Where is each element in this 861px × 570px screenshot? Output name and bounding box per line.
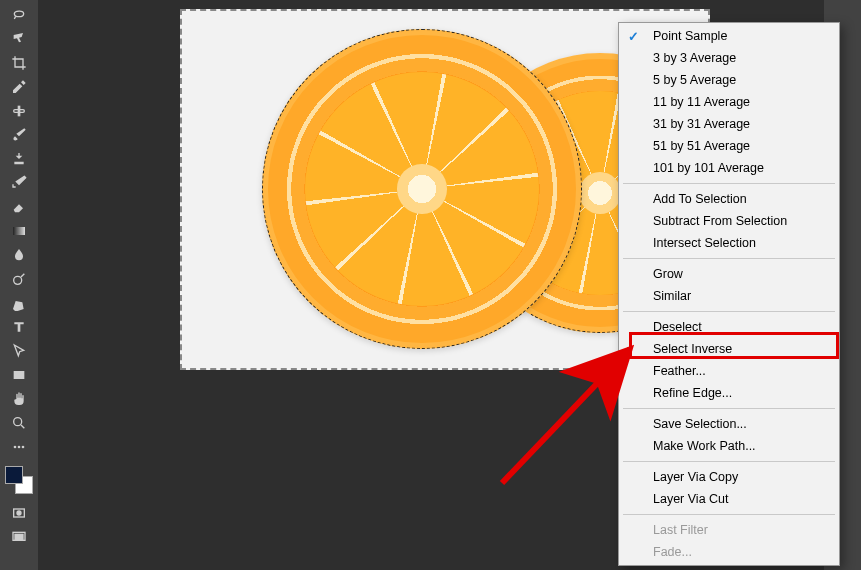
eyedropper-tool-icon[interactable]	[5, 76, 33, 98]
menu-item-save-selection[interactable]: Save Selection...	[619, 413, 839, 435]
edit-toolbar-icon[interactable]	[5, 436, 33, 458]
screen-mode-icon[interactable]	[5, 526, 33, 548]
menu-item-101-by-101-average[interactable]: 101 by 101 Average	[619, 157, 839, 179]
menu-item-label: Point Sample	[653, 29, 727, 43]
menu-separator	[623, 311, 835, 312]
menu-item-add-to-selection[interactable]: Add To Selection	[619, 188, 839, 210]
zoom-tool-icon[interactable]	[5, 412, 33, 434]
menu-item-label: Subtract From Selection	[653, 214, 787, 228]
menu-item-subtract-from-selection[interactable]: Subtract From Selection	[619, 210, 839, 232]
toolbar[interactable]	[0, 0, 38, 570]
path-selection-tool-icon[interactable]	[5, 340, 33, 362]
color-swatches[interactable]	[5, 466, 33, 494]
hand-tool-icon[interactable]	[5, 388, 33, 410]
svg-rect-11	[15, 534, 23, 540]
svg-point-7	[22, 446, 25, 449]
history-brush-tool-icon[interactable]	[5, 172, 33, 194]
menu-item-label: Grow	[653, 267, 683, 281]
menu-item-label: Fade...	[653, 545, 692, 559]
rectangle-tool-icon[interactable]	[5, 364, 33, 386]
menu-item-select-inverse[interactable]: Select Inverse	[619, 338, 839, 360]
menu-item-label: Intersect Selection	[653, 236, 756, 250]
pen-tool-icon[interactable]	[5, 292, 33, 314]
menu-item-refine-edge[interactable]: Refine Edge...	[619, 382, 839, 404]
svg-rect-1	[13, 227, 25, 235]
menu-item-label: 101 by 101 Average	[653, 161, 764, 175]
quick-selection-tool-icon[interactable]	[5, 28, 33, 50]
svg-point-6	[18, 446, 21, 449]
dodge-tool-icon[interactable]	[5, 268, 33, 290]
menu-item-layer-via-copy[interactable]: Layer Via Copy	[619, 466, 839, 488]
gradient-tool-icon[interactable]	[5, 220, 33, 242]
menu-item-label: Last Filter	[653, 523, 708, 537]
menu-item-label: Make Work Path...	[653, 439, 756, 453]
menu-separator	[623, 514, 835, 515]
svg-point-4	[14, 418, 22, 426]
menu-item-label: 11 by 11 Average	[653, 95, 750, 109]
menu-item-label: Refine Edge...	[653, 386, 732, 400]
menu-item-label: 3 by 3 Average	[653, 51, 736, 65]
menu-item-intersect-selection[interactable]: Intersect Selection	[619, 232, 839, 254]
menu-item-grow[interactable]: Grow	[619, 263, 839, 285]
menu-item-feather[interactable]: Feather...	[619, 360, 839, 382]
foreground-color-swatch[interactable]	[5, 466, 23, 484]
menu-item-label: 51 by 51 Average	[653, 139, 750, 153]
crop-tool-icon[interactable]	[5, 52, 33, 74]
type-tool-icon[interactable]	[5, 316, 33, 338]
svg-point-2	[14, 276, 22, 284]
menu-separator	[623, 408, 835, 409]
menu-item-label: 31 by 31 Average	[653, 117, 750, 131]
menu-item-51-by-51-average[interactable]: 51 by 51 Average	[619, 135, 839, 157]
menu-item-similar[interactable]: Similar	[619, 285, 839, 307]
context-menu[interactable]: Point Sample3 by 3 Average5 by 5 Average…	[618, 22, 840, 566]
svg-point-5	[14, 446, 17, 449]
menu-item-make-work-path[interactable]: Make Work Path...	[619, 435, 839, 457]
menu-item-point-sample[interactable]: Point Sample	[619, 25, 839, 47]
menu-item-3-by-3-average[interactable]: 3 by 3 Average	[619, 47, 839, 69]
svg-point-9	[17, 511, 21, 515]
svg-rect-3	[14, 371, 25, 379]
menu-item-label: Layer Via Cut	[653, 492, 729, 506]
menu-item-5-by-5-average[interactable]: 5 by 5 Average	[619, 69, 839, 91]
menu-item-label: Add To Selection	[653, 192, 747, 206]
eraser-tool-icon[interactable]	[5, 196, 33, 218]
menu-item-deselect[interactable]: Deselect	[619, 316, 839, 338]
menu-item-label: Feather...	[653, 364, 706, 378]
menu-item-label: Select Inverse	[653, 342, 732, 356]
menu-item-label: 5 by 5 Average	[653, 73, 736, 87]
clone-stamp-tool-icon[interactable]	[5, 148, 33, 170]
menu-separator	[623, 461, 835, 462]
menu-item-label: Similar	[653, 289, 691, 303]
menu-item-last-filter: Last Filter	[619, 519, 839, 541]
menu-item-fade: Fade...	[619, 541, 839, 563]
menu-item-11-by-11-average[interactable]: 11 by 11 Average	[619, 91, 839, 113]
menu-item-31-by-31-average[interactable]: 31 by 31 Average	[619, 113, 839, 135]
blur-tool-icon[interactable]	[5, 244, 33, 266]
brush-tool-icon[interactable]	[5, 124, 33, 146]
menu-item-label: Layer Via Copy	[653, 470, 738, 484]
menu-item-label: Deselect	[653, 320, 702, 334]
lasso-tool-icon[interactable]	[5, 4, 33, 26]
menu-separator	[623, 183, 835, 184]
menu-item-label: Save Selection...	[653, 417, 747, 431]
menu-item-layer-via-cut[interactable]: Layer Via Cut	[619, 488, 839, 510]
quick-mask-icon[interactable]	[5, 502, 33, 524]
menu-separator	[623, 258, 835, 259]
spot-healing-tool-icon[interactable]	[5, 100, 33, 122]
